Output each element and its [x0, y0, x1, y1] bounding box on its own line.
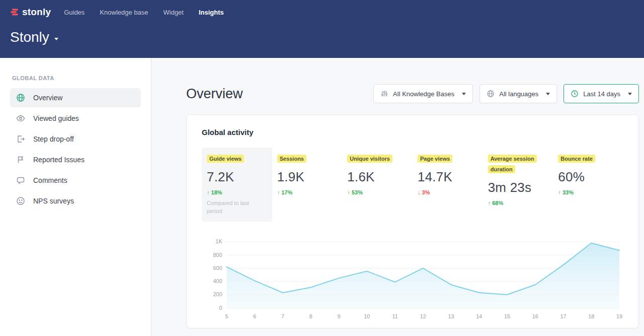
- svg-text:13: 13: [448, 313, 454, 319]
- sidebar-item-label: Step drop-off: [33, 135, 74, 143]
- language-filter[interactable]: All languages: [479, 84, 557, 103]
- stonly-logo[interactable]: stonly: [10, 7, 51, 18]
- metric-label: Sessions: [277, 155, 306, 163]
- svg-text:400: 400: [213, 278, 222, 284]
- date-range-filter[interactable]: Last 14 days: [564, 84, 639, 103]
- clock-icon: [571, 90, 579, 98]
- document-exit-icon: [16, 135, 25, 144]
- metric-change: ↓ 3%: [418, 189, 478, 195]
- metric-change: ↑ 33%: [558, 189, 618, 195]
- svg-text:0: 0: [219, 304, 222, 310]
- svg-text:200: 200: [213, 291, 222, 297]
- chevron-down-icon: [628, 93, 632, 95]
- globe-icon: [487, 90, 495, 98]
- metric-value: 1.6K: [347, 169, 408, 185]
- filter-bar: All Knowledge Bases All languages Last 1…: [373, 84, 639, 103]
- eye-icon: [16, 114, 25, 123]
- metric-label: Average session duration: [488, 155, 537, 173]
- nav-item-widget[interactable]: Widget: [164, 9, 184, 16]
- metric-label: Guide views: [207, 155, 244, 163]
- nav-item-guides[interactable]: Guides: [64, 9, 85, 16]
- metric-average-session-duration[interactable]: Average session duration 3m 23s ↑ 68%: [483, 148, 553, 222]
- sidebar-item-viewed-guides[interactable]: Viewed guides: [10, 109, 141, 128]
- metric-value: 60%: [558, 169, 618, 185]
- svg-text:12: 12: [420, 313, 426, 319]
- svg-text:14: 14: [476, 313, 482, 319]
- filter-label: All languages: [499, 90, 538, 98]
- speech-bubble-icon: [16, 176, 25, 185]
- metric-label: Unique visitors: [347, 155, 392, 163]
- metric-change: ↑ 53%: [347, 189, 408, 195]
- svg-text:10: 10: [364, 313, 370, 319]
- workspace-title: Stonly: [10, 29, 49, 45]
- metric-value: 14.7K: [418, 169, 478, 185]
- svg-text:1K: 1K: [215, 238, 222, 244]
- workspace-switcher[interactable]: Stonly: [10, 29, 58, 45]
- metric-sessions[interactable]: Sessions 1.9K ↑ 17%: [272, 148, 343, 222]
- metric-value: 3m 23s: [488, 180, 548, 195]
- sidebar-item-step-drop-off[interactable]: Step drop-off: [10, 129, 141, 149]
- sidebar-item-label: NPS surveys: [33, 197, 74, 205]
- logo-text: stonly: [22, 7, 51, 18]
- metric-change: ↑ 17%: [277, 189, 338, 195]
- svg-text:15: 15: [504, 313, 510, 319]
- metric-guide-views[interactable]: Guide views 7.2K ↑ 18% Compared to last …: [202, 148, 272, 222]
- metric-change: ↑ 18%: [207, 189, 267, 195]
- main-content: Overview All Knowledge Bases All languag…: [151, 58, 644, 336]
- metric-label: Page views: [418, 155, 452, 163]
- sidebar-item-comments[interactable]: Comments: [10, 171, 141, 190]
- metric-page-views[interactable]: Page views 14.7K ↓ 3%: [413, 148, 483, 222]
- primary-nav: Guides Knowledge base Widget Insights: [64, 9, 224, 16]
- svg-text:17: 17: [560, 313, 567, 319]
- svg-text:5: 5: [225, 313, 228, 319]
- metrics-row: Guide views 7.2K ↑ 18% Compared to last …: [202, 148, 623, 222]
- knowledge-base-filter[interactable]: All Knowledge Bases: [373, 84, 473, 103]
- sidebar-item-label: Reported Issues: [33, 156, 85, 164]
- flag-icon: [16, 155, 25, 164]
- chevron-down-icon: [54, 38, 58, 40]
- chevron-down-icon: [546, 93, 550, 95]
- filter-label: All Knowledge Bases: [393, 90, 454, 98]
- metric-value: 7.2K: [207, 169, 267, 185]
- top-navigation-bar: stonly Guides Knowledge base Widget Insi…: [0, 0, 644, 58]
- metric-bounce-rate[interactable]: Bounce rate 60% ↑ 33%: [553, 148, 623, 222]
- svg-text:7: 7: [281, 313, 284, 319]
- chevron-down-icon: [462, 93, 466, 95]
- svg-text:18: 18: [588, 313, 594, 319]
- svg-text:16: 16: [532, 313, 538, 319]
- svg-text:8: 8: [309, 313, 312, 319]
- svg-text:19: 19: [616, 313, 622, 319]
- stonly-logo-icon: [10, 8, 19, 17]
- main-header: Overview All Knowledge Bases All languag…: [186, 84, 639, 103]
- sidebar-item-label: Comments: [33, 176, 67, 184]
- svg-text:800: 800: [213, 251, 222, 257]
- sidebar-item-label: Viewed guides: [33, 114, 79, 122]
- page-title: Overview: [186, 86, 243, 102]
- svg-text:11: 11: [392, 313, 397, 319]
- card-title: Global activity: [202, 128, 623, 137]
- sidebar-item-label: Overview: [33, 94, 62, 102]
- svg-text:600: 600: [213, 265, 222, 271]
- smiley-icon: [16, 196, 25, 206]
- nav-item-insights[interactable]: Insights: [199, 9, 224, 16]
- sliders-icon: [380, 90, 388, 98]
- sidebar-section-label: GLOBAL DATA: [12, 75, 139, 81]
- sidebar-item-nps-surveys[interactable]: NPS surveys: [10, 191, 141, 211]
- activity-chart: 02004006008001K5678910111213141516171819: [202, 237, 624, 321]
- filter-label: Last 14 days: [583, 90, 620, 98]
- sidebar-item-overview[interactable]: Overview: [10, 88, 141, 107]
- sidebar: GLOBAL DATA Overview Viewed guides Step …: [0, 58, 151, 336]
- sidebar-item-reported-issues[interactable]: Reported Issues: [10, 150, 141, 169]
- svg-text:6: 6: [253, 313, 256, 319]
- metric-label: Bounce rate: [558, 155, 595, 163]
- global-activity-card: Global activity Guide views 7.2K ↑ 18% C…: [186, 114, 639, 328]
- metric-note: Compared to last period: [207, 199, 257, 216]
- svg-text:9: 9: [338, 313, 341, 319]
- globe-icon: [16, 93, 25, 102]
- nav-row: stonly Guides Knowledge base Widget Insi…: [10, 0, 634, 21]
- metric-unique-visitors[interactable]: Unique visitors 1.6K ↑ 53%: [342, 148, 413, 222]
- metric-change: ↑ 68%: [488, 200, 548, 206]
- nav-item-knowledge-base[interactable]: Knowledge base: [100, 9, 148, 16]
- activity-chart-wrap: 02004006008001K5678910111213141516171819: [202, 237, 623, 321]
- metric-value: 1.9K: [277, 169, 338, 185]
